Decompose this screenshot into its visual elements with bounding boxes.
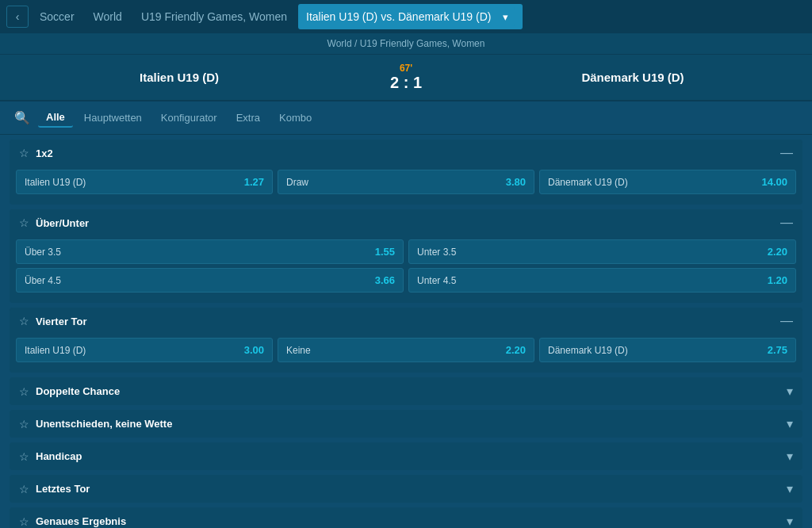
section-title: Unentschieden, keine Wette <box>36 418 172 430</box>
section-toggle-icon: ▾ <box>787 514 793 528</box>
section-toggle-icon: ▾ <box>787 481 793 496</box>
section-toggle-icon: — <box>780 216 793 230</box>
search-button[interactable]: 🔍 <box>10 109 35 127</box>
nav-crumb-world[interactable]: World <box>86 7 130 26</box>
section-header-letztes-tor[interactable]: ☆ Letztes Tor ▾ <box>10 475 802 503</box>
star-icon: ☆ <box>19 483 29 495</box>
section-title-group: ☆ 1x2 <box>19 147 53 159</box>
section-unentschieden: ☆ Unentschieden, keine Wette ▾ <box>10 410 802 438</box>
section-title: Genaues Ergebnis <box>36 515 126 527</box>
nav-crumb-competition[interactable]: U19 Friendly Games, Women <box>133 7 295 26</box>
section-title: 1x2 <box>36 147 53 159</box>
match-score: 2 : 1 <box>343 74 469 92</box>
bet-label: Dänemark U19 (D) <box>548 177 628 188</box>
section-title-group: ☆ Doppelte Chance <box>19 385 120 398</box>
betting-content: ☆ 1x2 — Italien U19 (D) 1.27 Draw 3.80 D… <box>0 135 812 528</box>
bet-row: Über 3.5 1.55 Unter 3.5 2.20 <box>16 239 796 264</box>
bet-odds: 3.66 <box>375 274 395 286</box>
bet-option[interactable]: Italien U19 (D) 1.27 <box>16 170 273 194</box>
bet-row: Über 4.5 3.66 Unter 4.5 1.20 <box>16 268 796 293</box>
bet-option[interactable]: Keine 2.20 <box>278 338 534 362</box>
bet-label: Dänemark U19 (D) <box>548 345 628 356</box>
section-title: Handicap <box>36 450 82 462</box>
top-navigation: ‹ Soccer World U19 Friendly Games, Women… <box>0 0 812 33</box>
bet-odds: 1.55 <box>375 246 395 258</box>
bet-option[interactable]: Unter 3.5 2.20 <box>408 239 796 264</box>
section-title: Letztes Tor <box>36 483 90 495</box>
bet-option[interactable]: Dänemark U19 (D) 2.75 <box>539 338 796 362</box>
star-icon: ☆ <box>19 418 29 430</box>
tab-hauptwetten[interactable]: Hauptwetten <box>76 109 150 127</box>
tab-kombo[interactable]: Kombo <box>271 109 320 127</box>
bet-row: Italien U19 (D) 1.27 Draw 3.80 Dänemark … <box>16 170 796 194</box>
section-title-group: ☆ Letztes Tor <box>19 483 90 495</box>
bet-label: Italien U19 (D) <box>25 177 86 188</box>
section-toggle-icon: ▾ <box>787 416 793 431</box>
section-header-genaues-ergebnis[interactable]: ☆ Genaues Ergebnis ▾ <box>10 507 802 528</box>
star-icon: ☆ <box>19 515 29 528</box>
bet-odds: 1.20 <box>768 274 787 286</box>
section-uber-unter: ☆ Über/Unter — Über 3.5 1.55 Unter 3.5 2… <box>10 209 802 303</box>
bet-option[interactable]: Draw 3.80 <box>278 170 534 194</box>
section-title: Doppelte Chance <box>36 385 120 397</box>
betting-tabs: 🔍 Alle Hauptwetten Konfigurator Extra Ko… <box>0 101 812 135</box>
nav-dropdown-button[interactable]: ▾ <box>496 7 515 26</box>
section-toggle-icon: — <box>780 314 793 328</box>
section-genaues-ergebnis: ☆ Genaues Ergebnis ▾ <box>10 507 802 528</box>
bet-option[interactable]: Italien U19 (D) 3.00 <box>16 338 273 362</box>
tab-extra[interactable]: Extra <box>228 109 268 127</box>
star-icon: ☆ <box>19 216 29 229</box>
section-header-vierter-tor[interactable]: ☆ Vierter Tor — <box>10 308 802 335</box>
team-home-name: Italien U19 (D) <box>16 71 343 84</box>
match-score-block: 67' 2 : 1 <box>343 63 469 92</box>
section-title-group: ☆ Handicap <box>19 450 82 463</box>
bet-odds: 2.20 <box>768 246 787 258</box>
tab-konfigurator[interactable]: Konfigurator <box>153 109 225 127</box>
section-body-1x2: Italien U19 (D) 1.27 Draw 3.80 Dänemark … <box>10 166 802 205</box>
nav-crumb-soccer[interactable]: Soccer <box>32 7 82 26</box>
section-toggle-icon: ▾ <box>787 449 793 464</box>
star-icon: ☆ <box>19 385 29 398</box>
section-header-uber-unter[interactable]: ☆ Über/Unter — <box>10 209 802 236</box>
section-toggle-icon: — <box>780 146 793 160</box>
section-header-doppelte-chance[interactable]: ☆ Doppelte Chance ▾ <box>10 377 802 405</box>
section-title-group: ☆ Über/Unter <box>19 216 89 229</box>
tab-alle[interactable]: Alle <box>38 108 73 128</box>
section-letztes-tor: ☆ Letztes Tor ▾ <box>10 475 802 503</box>
bet-option[interactable]: Unter 4.5 1.20 <box>408 268 796 293</box>
match-minute: 67' <box>343 63 469 74</box>
team-away-name: Dänemark U19 (D) <box>469 71 796 84</box>
section-title-group: ☆ Genaues Ergebnis <box>19 515 126 528</box>
back-button[interactable]: ‹ <box>6 6 29 28</box>
section-vierter-tor: ☆ Vierter Tor — Italien U19 (D) 3.00 Kei… <box>10 308 802 373</box>
bet-label: Draw <box>286 177 308 188</box>
section-handicap: ☆ Handicap ▾ <box>10 442 802 470</box>
match-breadcrumb: World / U19 Friendly Games, Women <box>0 33 812 55</box>
bet-odds: 2.75 <box>768 344 787 356</box>
bet-odds: 3.80 <box>506 176 526 188</box>
section-body-uber-unter: Über 3.5 1.55 Unter 3.5 2.20 Über 4.5 3.… <box>10 236 802 303</box>
bet-label: Italien U19 (D) <box>25 345 86 356</box>
bet-odds: 2.20 <box>506 344 526 356</box>
section-header-unentschieden[interactable]: ☆ Unentschieden, keine Wette ▾ <box>10 410 802 438</box>
bet-label: Unter 4.5 <box>417 275 456 286</box>
bet-option[interactable]: Über 4.5 3.66 <box>16 268 404 293</box>
section-body-vierter-tor: Italien U19 (D) 3.00 Keine 2.20 Dänemark… <box>10 335 802 373</box>
match-header: Italien U19 (D) 67' 2 : 1 Dänemark U19 (… <box>0 55 812 101</box>
bet-option[interactable]: Über 3.5 1.55 <box>16 239 404 264</box>
bet-row: Italien U19 (D) 3.00 Keine 2.20 Dänemark… <box>16 338 796 362</box>
section-header-1x2[interactable]: ☆ 1x2 — <box>10 140 802 166</box>
bet-odds: 1.27 <box>244 176 264 188</box>
star-icon: ☆ <box>19 450 29 463</box>
bet-label: Über 4.5 <box>25 275 61 286</box>
section-1x2: ☆ 1x2 — Italien U19 (D) 1.27 Draw 3.80 D… <box>10 140 802 205</box>
section-title-group: ☆ Vierter Tor <box>19 315 87 327</box>
nav-crumb-match[interactable]: Italien U19 (D) vs. Dänemark U19 (D) ▾ <box>298 4 523 29</box>
bet-option[interactable]: Dänemark U19 (D) 14.00 <box>539 170 796 194</box>
star-icon: ☆ <box>19 147 29 159</box>
bet-odds: 3.00 <box>244 344 264 356</box>
section-toggle-icon: ▾ <box>787 384 793 399</box>
bet-label: Über 3.5 <box>25 247 61 258</box>
section-header-handicap[interactable]: ☆ Handicap ▾ <box>10 442 802 470</box>
section-title-group: ☆ Unentschieden, keine Wette <box>19 418 172 430</box>
